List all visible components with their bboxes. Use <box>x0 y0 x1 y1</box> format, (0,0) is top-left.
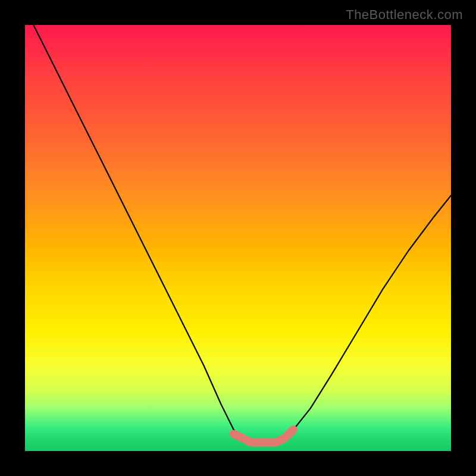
plot-area <box>25 25 451 451</box>
chart-container: TheBottleneck.com <box>0 0 476 476</box>
watermark-text: TheBottleneck.com <box>346 7 463 23</box>
main-curve <box>33 25 451 443</box>
curve-overlay <box>25 25 451 451</box>
bottom-coral-band <box>234 430 293 443</box>
